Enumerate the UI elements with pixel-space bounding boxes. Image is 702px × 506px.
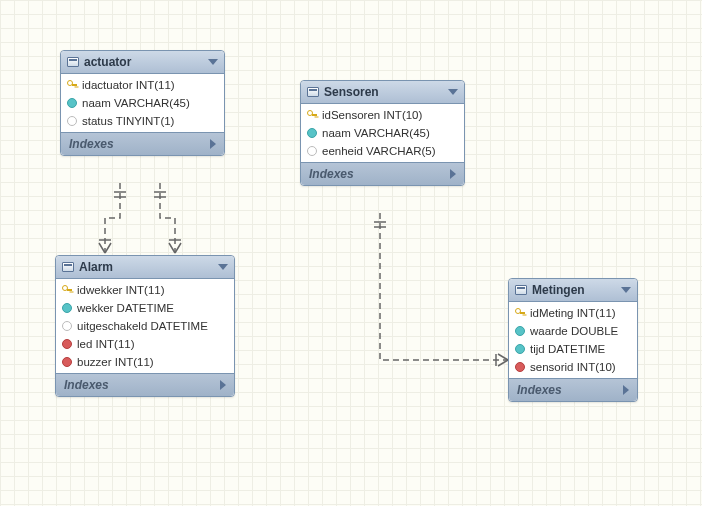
table-metingen[interactable]: Metingen idMeting INT(11) waarde DOUBLE … bbox=[508, 278, 638, 402]
table-title: actuator bbox=[84, 55, 131, 69]
table-title: Metingen bbox=[532, 283, 585, 297]
column-row[interactable]: uitgeschakeld DATETIME bbox=[56, 317, 234, 335]
table-sensoren[interactable]: Sensoren idSensoren INT(10) naam VARCHAR… bbox=[300, 80, 465, 186]
collapse-icon[interactable] bbox=[621, 287, 631, 293]
collapse-icon[interactable] bbox=[208, 59, 218, 65]
column-label: idSensoren INT(10) bbox=[322, 109, 422, 121]
expand-icon bbox=[220, 380, 226, 390]
foreign-key-icon bbox=[515, 362, 525, 372]
primary-key-icon bbox=[515, 308, 525, 318]
column-label: tijd DATETIME bbox=[530, 343, 605, 355]
column-row[interactable]: status TINYINT(1) bbox=[61, 112, 224, 130]
column-row[interactable]: wekker DATETIME bbox=[56, 299, 234, 317]
foreign-key-icon bbox=[62, 339, 72, 349]
foreign-key-icon bbox=[62, 357, 72, 367]
columns-metingen: idMeting INT(11) waarde DOUBLE tijd DATE… bbox=[509, 302, 637, 378]
column-label: buzzer INT(11) bbox=[77, 356, 154, 368]
column-label: waarde DOUBLE bbox=[530, 325, 618, 337]
column-icon bbox=[307, 146, 317, 156]
column-label: status TINYINT(1) bbox=[82, 115, 174, 127]
column-icon bbox=[515, 344, 525, 354]
column-icon bbox=[67, 116, 77, 126]
column-label: idactuator INT(11) bbox=[82, 79, 175, 91]
column-label: led INT(11) bbox=[77, 338, 135, 350]
column-row[interactable]: buzzer INT(11) bbox=[56, 353, 234, 371]
table-title: Alarm bbox=[79, 260, 113, 274]
table-title: Sensoren bbox=[324, 85, 379, 99]
column-row[interactable]: naam VARCHAR(45) bbox=[61, 94, 224, 112]
column-row[interactable]: idactuator INT(11) bbox=[61, 76, 224, 94]
table-icon bbox=[515, 285, 527, 295]
expand-icon bbox=[623, 385, 629, 395]
table-alarm[interactable]: Alarm idwekker INT(11) wekker DATETIME u… bbox=[55, 255, 235, 397]
columns-sensoren: idSensoren INT(10) naam VARCHAR(45) eenh… bbox=[301, 104, 464, 162]
table-icon bbox=[62, 262, 74, 272]
indexes-section[interactable]: Indexes bbox=[56, 373, 234, 396]
primary-key-icon bbox=[62, 285, 72, 295]
column-row[interactable]: sensorid INT(10) bbox=[509, 358, 637, 376]
column-label: sensorid INT(10) bbox=[530, 361, 616, 373]
column-icon bbox=[307, 128, 317, 138]
column-label: naam VARCHAR(45) bbox=[322, 127, 430, 139]
column-icon bbox=[62, 303, 72, 313]
collapse-icon[interactable] bbox=[448, 89, 458, 95]
table-header-metingen[interactable]: Metingen bbox=[509, 279, 637, 302]
table-icon bbox=[67, 57, 79, 67]
column-label: eenheid VARCHAR(5) bbox=[322, 145, 436, 157]
expand-icon bbox=[210, 139, 216, 149]
column-label: uitgeschakeld DATETIME bbox=[77, 320, 208, 332]
column-label: idwekker INT(11) bbox=[77, 284, 165, 296]
column-row[interactable]: led INT(11) bbox=[56, 335, 234, 353]
column-row[interactable]: tijd DATETIME bbox=[509, 340, 637, 358]
table-header-alarm[interactable]: Alarm bbox=[56, 256, 234, 279]
column-row[interactable]: waarde DOUBLE bbox=[509, 322, 637, 340]
column-row[interactable]: idSensoren INT(10) bbox=[301, 106, 464, 124]
table-actuator[interactable]: actuator idactuator INT(11) naam VARCHAR… bbox=[60, 50, 225, 156]
table-icon bbox=[307, 87, 319, 97]
primary-key-icon bbox=[67, 80, 77, 90]
table-header-actuator[interactable]: actuator bbox=[61, 51, 224, 74]
collapse-icon[interactable] bbox=[218, 264, 228, 270]
indexes-label: Indexes bbox=[517, 383, 562, 397]
column-row[interactable]: naam VARCHAR(45) bbox=[301, 124, 464, 142]
columns-alarm: idwekker INT(11) wekker DATETIME uitgesc… bbox=[56, 279, 234, 373]
column-label: wekker DATETIME bbox=[77, 302, 174, 314]
indexes-section[interactable]: Indexes bbox=[61, 132, 224, 155]
indexes-label: Indexes bbox=[64, 378, 109, 392]
column-label: idMeting INT(11) bbox=[530, 307, 616, 319]
indexes-label: Indexes bbox=[309, 167, 354, 181]
indexes-section[interactable]: Indexes bbox=[301, 162, 464, 185]
indexes-section[interactable]: Indexes bbox=[509, 378, 637, 401]
column-row[interactable]: idMeting INT(11) bbox=[509, 304, 637, 322]
column-icon bbox=[67, 98, 77, 108]
column-icon bbox=[515, 326, 525, 336]
column-label: naam VARCHAR(45) bbox=[82, 97, 190, 109]
columns-actuator: idactuator INT(11) naam VARCHAR(45) stat… bbox=[61, 74, 224, 132]
table-header-sensoren[interactable]: Sensoren bbox=[301, 81, 464, 104]
column-icon bbox=[62, 321, 72, 331]
primary-key-icon bbox=[307, 110, 317, 120]
indexes-label: Indexes bbox=[69, 137, 114, 151]
expand-icon bbox=[450, 169, 456, 179]
column-row[interactable]: idwekker INT(11) bbox=[56, 281, 234, 299]
column-row[interactable]: eenheid VARCHAR(5) bbox=[301, 142, 464, 160]
